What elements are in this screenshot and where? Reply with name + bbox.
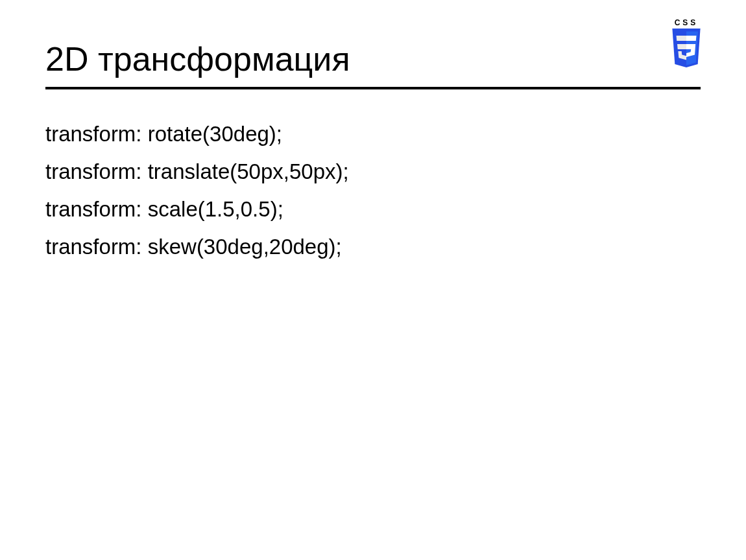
css3-logo-label: CSS xyxy=(675,18,699,27)
code-line: transform: translate(50px,50px); xyxy=(45,153,701,191)
code-line: transform: rotate(30deg); xyxy=(45,115,701,153)
slide-title: 2D трансформация xyxy=(45,39,350,86)
presentation-slide: CSS 2D трансформация transform: rotate(3… xyxy=(0,0,746,560)
code-line: transform: scale(1.5,0.5); xyxy=(45,191,701,228)
slide-content: transform: rotate(30deg); transform: tra… xyxy=(45,115,701,265)
slide-header: 2D трансформация xyxy=(45,39,701,86)
title-underline xyxy=(45,87,701,89)
code-line: transform: skew(30deg,20deg); xyxy=(45,228,701,266)
